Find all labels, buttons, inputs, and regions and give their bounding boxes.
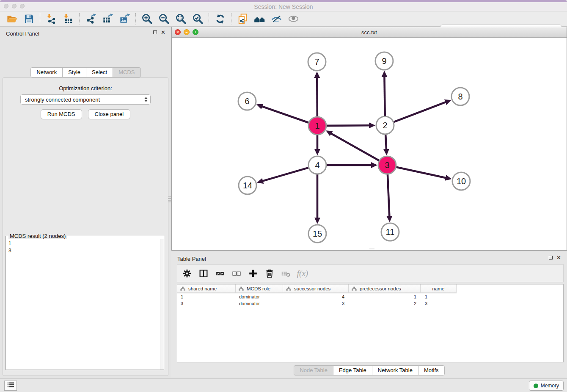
save-session-button[interactable] xyxy=(20,12,37,26)
export-image-button[interactable] xyxy=(116,12,133,26)
function-builder-button[interactable]: f(x) xyxy=(297,268,308,279)
cell[interactable]: 1 xyxy=(177,293,236,300)
close-panel-icon[interactable]: ✕ xyxy=(161,30,165,34)
tab-network-table[interactable]: Network Table xyxy=(372,365,418,375)
refresh-button[interactable] xyxy=(212,12,228,26)
svg-text:8: 8 xyxy=(458,92,462,101)
show-columns-icon xyxy=(198,268,209,279)
status-bar: Memory xyxy=(0,378,567,392)
mcds-result-values[interactable]: 1 3 xyxy=(6,239,164,254)
export-network-button[interactable] xyxy=(82,12,99,26)
tab-style[interactable]: Style xyxy=(62,67,86,77)
edge-2-8[interactable] xyxy=(394,102,446,122)
first-neighbors-button[interactable] xyxy=(251,12,268,26)
tab-motifs[interactable]: Motifs xyxy=(418,365,445,375)
zoom-out-button[interactable] xyxy=(155,12,172,26)
new-network-from-selection-button[interactable] xyxy=(234,12,251,26)
node-table[interactable]: shared nameMCDS rolesuccessor nodesprede… xyxy=(177,284,564,362)
node-4[interactable]: 4 xyxy=(308,156,326,174)
node-2[interactable]: 2 xyxy=(376,116,394,134)
optimization-criterion-select[interactable]: strongly connected component xyxy=(20,94,151,105)
edge-3-11[interactable] xyxy=(388,174,389,216)
show-columns-button[interactable] xyxy=(198,268,209,279)
node-15[interactable]: 15 xyxy=(308,225,326,243)
task-history-button[interactable] xyxy=(4,381,17,391)
cell[interactable]: 3 xyxy=(177,300,236,307)
tab-network[interactable]: Network xyxy=(30,67,63,77)
function-builder-icon: f(x) xyxy=(297,269,308,278)
cell[interactable]: 1 xyxy=(421,293,457,300)
node-8[interactable]: 8 xyxy=(451,88,469,105)
hide-selected-button[interactable] xyxy=(268,12,285,26)
zoom-fit-button[interactable] xyxy=(172,12,189,26)
result-scrollbar[interactable] xyxy=(160,239,164,370)
zoom-in-button[interactable] xyxy=(138,12,155,26)
node-9[interactable]: 9 xyxy=(375,52,393,70)
toolbar-separator xyxy=(79,13,80,25)
edge-4-14[interactable] xyxy=(263,168,308,181)
node-11[interactable]: 11 xyxy=(381,223,399,241)
node-14[interactable]: 14 xyxy=(239,177,256,194)
zoom-selected-button[interactable] xyxy=(189,12,206,26)
table-row[interactable]: 3dominator323 xyxy=(177,300,563,307)
edge-2-3[interactable] xyxy=(385,135,386,149)
memory-button[interactable]: Memory xyxy=(529,381,564,391)
cell[interactable]: dominator xyxy=(236,293,283,300)
network-canvas-svg[interactable]: 7968124314101511 xyxy=(172,38,567,250)
column-header-predecessor-nodes[interactable]: predecessor nodes xyxy=(349,284,421,293)
network-resize-handle[interactable] xyxy=(369,248,374,250)
tab-select[interactable]: Select xyxy=(86,67,113,77)
tab-edge-table[interactable]: Edge Table xyxy=(333,365,372,375)
node-6[interactable]: 6 xyxy=(238,92,256,110)
select-all-rows-button[interactable] xyxy=(214,268,226,279)
close-table-panel-icon[interactable]: ✕ xyxy=(556,256,561,259)
column-type-icon xyxy=(352,287,357,291)
import-network-button[interactable] xyxy=(43,12,60,26)
delete-row-button[interactable] xyxy=(264,268,275,279)
network-window-titlebar[interactable]: ✕ – + scc.txt xyxy=(172,27,567,38)
column-header-successor-nodes[interactable]: successor nodes xyxy=(283,284,349,293)
panel-splitter-handle[interactable] xyxy=(168,196,171,202)
cell[interactable]: 3 xyxy=(283,300,349,307)
new-network-from-selection-icon xyxy=(237,13,248,25)
tab-mcds[interactable]: MCDS xyxy=(113,67,140,77)
cell[interactable]: dominator xyxy=(236,300,283,307)
float-table-panel-icon[interactable] xyxy=(549,256,553,259)
import-table-button[interactable] xyxy=(60,12,77,26)
edge-3-1[interactable] xyxy=(331,133,379,160)
table-panel: Table Panel ✕ f(x) shared nameMCDS roles… xyxy=(171,252,567,377)
node-3[interactable]: 3 xyxy=(378,156,396,174)
cell[interactable]: 1 xyxy=(349,293,421,300)
settings-gear-button[interactable] xyxy=(181,268,193,279)
network-canvas[interactable]: 7968124314101511 xyxy=(172,38,567,250)
edge-1-2[interactable] xyxy=(327,125,369,126)
delete-table-button[interactable] xyxy=(280,268,292,279)
node-10[interactable]: 10 xyxy=(452,172,470,190)
edge-3-10[interactable] xyxy=(396,167,446,178)
svg-text:1: 1 xyxy=(315,121,319,130)
run-mcds-button[interactable]: Run MCDS xyxy=(41,109,82,119)
close-panel-button[interactable]: Close panel xyxy=(88,109,131,119)
float-panel-icon[interactable] xyxy=(153,30,157,34)
mcds-result-box: MCDS result (2 nodes) 1 3 xyxy=(6,233,164,370)
edge-1-7[interactable] xyxy=(317,77,317,116)
add-row-button[interactable] xyxy=(247,268,259,279)
export-table-button[interactable] xyxy=(99,12,116,26)
open-session-button[interactable] xyxy=(3,12,20,26)
edge-1-6[interactable] xyxy=(262,106,308,123)
column-type-icon xyxy=(239,287,244,291)
show-all-button[interactable] xyxy=(285,12,302,26)
table-row[interactable]: 1dominator411 xyxy=(177,293,563,300)
node-1[interactable]: 1 xyxy=(308,117,326,135)
cell[interactable]: 4 xyxy=(283,293,349,300)
cell[interactable]: 3 xyxy=(421,300,457,307)
node-7[interactable]: 7 xyxy=(308,53,326,71)
svg-text:6: 6 xyxy=(245,97,249,106)
deselect-all-rows-button[interactable] xyxy=(231,268,242,279)
cell[interactable]: 2 xyxy=(349,300,421,307)
column-header-MCDS-role[interactable]: MCDS role xyxy=(236,284,283,293)
edge-2-9[interactable] xyxy=(384,77,385,116)
column-header-name[interactable]: name xyxy=(421,284,457,293)
tab-node-table[interactable]: Node Table xyxy=(294,365,333,375)
column-header-shared-name[interactable]: shared name xyxy=(177,284,236,293)
